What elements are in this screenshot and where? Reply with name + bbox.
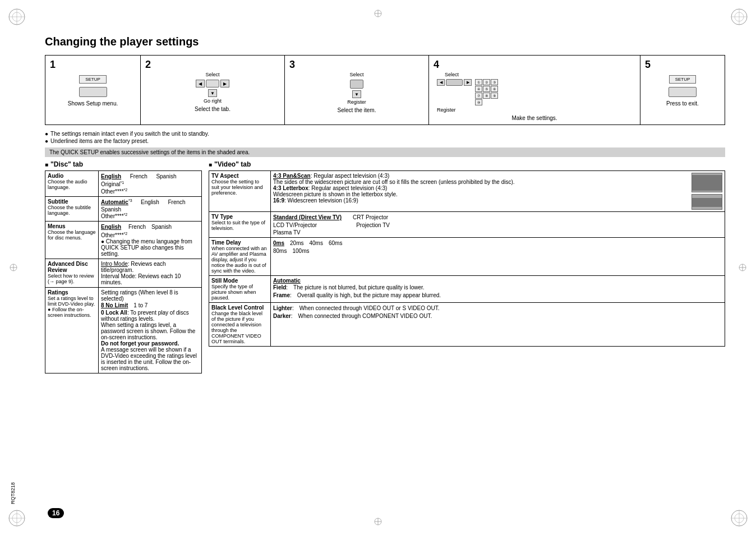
- subtitle-setting-name: Subtitle: [48, 199, 96, 205]
- quick-setup-note: The QUICK SETUP enables successive setti…: [45, 147, 725, 157]
- disc-tab-header: "Disc" tab: [45, 160, 202, 168]
- page-number: 16: [48, 508, 64, 518]
- table-row: Time Delay When connected with an AV amp…: [209, 238, 725, 276]
- corner-decoration-bl: [6, 507, 28, 529]
- step-4-numpad: ① ② ③ ④ ⑤ ⑥ ⑦ ⑧ ⑨ ⑩: [475, 79, 498, 105]
- menus-setting-desc: Choose the language for disc menus.: [48, 229, 96, 241]
- table-row: TV Type Select to suit the type of telev…: [209, 212, 725, 238]
- blacklevel-label-cell: Black Level Control Change the black lev…: [209, 303, 271, 347]
- adr-setting-desc: Select how to review (→ page 9).: [48, 273, 96, 284]
- table-row: Advanced Disc Review Select how to revie…: [45, 259, 202, 287]
- step-number-4: 4: [434, 59, 635, 71]
- model-number: RQT8218: [10, 482, 16, 504]
- step-2-select: Select: [145, 72, 280, 77]
- remote-illus-5: [669, 87, 697, 97]
- tvaspect-desc: Choose the setting to suit your televisi…: [211, 179, 268, 196]
- crosshair-left: [8, 262, 19, 273]
- tvaspect-value-cell: 4:3 Pan&Scan: Regular aspect television …: [271, 171, 725, 212]
- ratings-setting-name: Ratings: [48, 289, 96, 296]
- bullet-1: ● The settings remain intact even if you…: [45, 131, 725, 137]
- step-1: 1 SETUP Shows Setup menu.: [45, 56, 141, 124]
- step-number-1: 1: [50, 59, 136, 71]
- step-5: 5 SETUP Press to exit.: [640, 56, 725, 124]
- tvtype-value-cell: Standard (Direct View TV) CRT Projector …: [271, 212, 725, 238]
- step-2-goright: Go right: [145, 98, 280, 104]
- remote-illus-1: [79, 87, 107, 97]
- step-3-arrows: ▼: [289, 79, 424, 98]
- adr-value-cell: Intro Mode: Reviews each title/program. …: [99, 259, 202, 287]
- menus-label-cell: Menus Choose the language for disc menus…: [45, 222, 99, 259]
- setup-button-illus-5: SETUP: [669, 75, 697, 84]
- step-number-2: 2: [145, 59, 280, 71]
- audio-setting-name: Audio: [48, 173, 96, 179]
- step-label-1: Shows Setup menu.: [50, 100, 136, 107]
- step-number-5: 5: [645, 59, 720, 71]
- steps-row: 1 SETUP Shows Setup menu. 2 Select ◀ ▶: [45, 55, 725, 125]
- tvtype-name: TV Type: [211, 214, 268, 220]
- page-title: Changing the player settings: [45, 31, 725, 55]
- audio-value-cell: English French Spanish Original*1 Other*…: [99, 171, 202, 197]
- step-label-2: Select the tab.: [145, 106, 280, 112]
- ratings-followdesc: ● Follow the on-screen instructions.: [48, 307, 96, 318]
- tv-img-panscam: [692, 173, 722, 192]
- step-3-select: Select: [289, 72, 424, 77]
- table-row: Ratings Set a ratings level to limit DVD…: [45, 287, 202, 373]
- crosshair-top: [372, 8, 384, 19]
- table-row: Subtitle Choose the subtitle language. A…: [45, 196, 202, 222]
- adr-label-cell: Advanced Disc Review Select how to revie…: [45, 259, 99, 287]
- disc-settings-table: Audio Choose the audio language. English…: [45, 170, 202, 373]
- step-3: 3 Select ▼ Register Select the item.: [285, 56, 429, 124]
- subtitle-label-cell: Subtitle Choose the subtitle language.: [45, 196, 99, 222]
- video-settings-table: TV Aspect Choose the setting to suit you…: [209, 170, 725, 347]
- menus-setting-name: Menus: [48, 223, 96, 229]
- page: Changing the player settings RQT8218 16 …: [0, 0, 756, 535]
- timedelay-desc: When connected with an AV amplifier and …: [211, 246, 268, 274]
- step-label-4: Make the settings.: [434, 115, 635, 121]
- corner-decoration-br: [728, 507, 750, 529]
- corner-decoration-tl: [6, 6, 28, 28]
- corner-decoration-tr: [728, 6, 750, 28]
- blacklevel-desc: Change the black level of the picture if…: [211, 311, 268, 344]
- crosshair-bottom: [372, 516, 384, 527]
- audio-label-cell: Audio Choose the audio language.: [45, 171, 99, 197]
- step-3-register: Register: [289, 99, 424, 105]
- subtitle-automatic: Automatic: [101, 199, 128, 205]
- stillmode-value-cell: Automatic Field: The picture is not blur…: [271, 276, 725, 303]
- tv-img-letterbox: [692, 194, 722, 210]
- audio-setting-desc: Choose the audio language.: [48, 179, 96, 190]
- video-tab-header: "Video" tab: [209, 160, 725, 168]
- stillmode-desc: Specify the type of picture shown when p…: [211, 284, 268, 301]
- ratings-setting-desc: Set a ratings level to limit DVD-Video p…: [48, 296, 96, 307]
- step-label-3: Select the item.: [289, 107, 424, 113]
- step-5-content: SETUP: [645, 73, 720, 98]
- ratings-label-cell: Ratings Set a ratings level to limit DVD…: [45, 287, 99, 373]
- bullet-2: ● Underlined items are the factory prese…: [45, 138, 725, 144]
- table-row: Still Mode Specify the type of picture s…: [209, 276, 725, 303]
- disc-tab-section: "Disc" tab Audio Choose the audio langua…: [45, 160, 202, 373]
- step-4-register: Register: [437, 107, 635, 113]
- stillmode-label-cell: Still Mode Specify the type of picture s…: [209, 276, 271, 303]
- table-row: Menus Choose the language for disc menus…: [45, 222, 202, 259]
- tvtype-desc: Select to suit the type of television.: [211, 220, 268, 231]
- step-number-3: 3: [289, 59, 424, 71]
- table-row: Black Level Control Change the black lev…: [209, 303, 725, 347]
- step-2-arrows: ◀ ▶ ▼: [145, 79, 280, 97]
- timedelay-label-cell: Time Delay When connected with an AV amp…: [209, 238, 271, 276]
- step-1-content: SETUP: [50, 73, 136, 98]
- step-4: 4 Select ◀ ▶ ① ② ③ ④ ⑤: [429, 56, 640, 124]
- step-4-select: Select: [445, 72, 635, 77]
- table-row: TV Aspect Choose the setting to suit you…: [209, 171, 725, 212]
- adr-setting-name: Advanced Disc Review: [48, 261, 96, 273]
- subtitle-value-cell: Automatic*3 English French Spanish Other…: [99, 196, 202, 222]
- crosshair-right: [737, 262, 748, 273]
- tv-images: [692, 173, 722, 210]
- menus-english: English: [101, 224, 121, 230]
- two-col-layout: "Disc" tab Audio Choose the audio langua…: [45, 160, 725, 373]
- step-4-left-arrows: ◀ ▶: [437, 79, 472, 86]
- menus-value-cell: English French Spanish Other*****2 ● Cha…: [99, 222, 202, 259]
- step-label-5: Press to exit.: [645, 100, 720, 107]
- table-row: Audio Choose the audio language. English…: [45, 171, 202, 197]
- tvtype-label-cell: TV Type Select to suit the type of telev…: [209, 212, 271, 238]
- blacklevel-name: Black Level Control: [211, 305, 268, 311]
- timedelay-value-cell: 0ms 20ms 40ms 60ms 80ms 100ms: [271, 238, 725, 276]
